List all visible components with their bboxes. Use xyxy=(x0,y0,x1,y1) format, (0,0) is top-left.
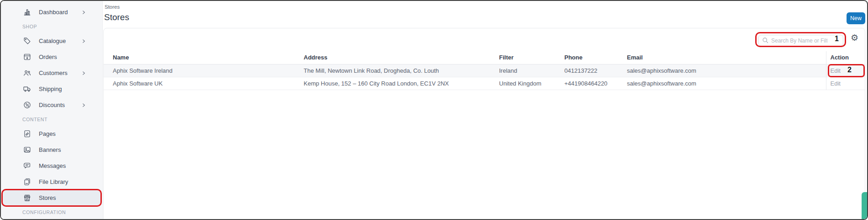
sidebar-item-pages[interactable]: Pages xyxy=(1,126,102,142)
page-title: Stores xyxy=(104,12,129,22)
sidebar-item-shipping[interactable]: Shipping xyxy=(1,81,102,97)
sidebar-item-customers[interactable]: Customers xyxy=(1,65,102,81)
sidebar-item-label: Banners xyxy=(39,146,61,153)
chevron-right-icon xyxy=(82,71,86,75)
scrollbar-thumb[interactable] xyxy=(862,192,867,220)
sidebar-item-discounts[interactable]: Discounts xyxy=(1,97,102,113)
search-icon xyxy=(762,37,769,44)
sidebar-section-content: CONTENT xyxy=(1,113,102,126)
messages-icon xyxy=(22,161,32,171)
sidebar-item-label: Orders xyxy=(39,54,57,60)
store-address: Kemp House, 152 – 160 City Road London, … xyxy=(304,77,499,90)
sidebar-item-label: Messages xyxy=(39,162,66,169)
edit-link[interactable]: Edit xyxy=(831,80,841,87)
sidebar-item-messages[interactable]: Messages xyxy=(1,158,102,174)
edit-link[interactable]: Edit xyxy=(831,67,841,74)
store-address: The Mill, Newtown Link Road, Drogheda, C… xyxy=(304,64,499,77)
store-filter: Ireland xyxy=(499,64,564,77)
table-row: Aphix Software Ireland The Mill, Newtown… xyxy=(104,64,865,77)
store-filter: United Kingdom xyxy=(499,77,564,90)
sidebar-item-label: Dashboard xyxy=(39,9,68,16)
sidebar-item-banners[interactable]: Banners xyxy=(1,142,102,158)
sidebar-item-stores[interactable]: Stores xyxy=(1,190,102,206)
gear-icon[interactable]: ⚙ xyxy=(851,33,858,42)
column-header-email: Email xyxy=(627,51,826,64)
column-header-phone: Phone xyxy=(564,51,627,64)
shipping-icon xyxy=(22,85,32,94)
stores-icon xyxy=(22,193,32,203)
sidebar-item-label: File Library xyxy=(39,178,68,185)
search-input[interactable] xyxy=(758,35,843,46)
column-header-filter: Filter xyxy=(499,51,564,64)
column-header-address: Address xyxy=(304,51,499,64)
chevron-right-icon xyxy=(82,39,86,43)
customers-icon xyxy=(22,69,32,78)
sidebar-item-label: Customers xyxy=(39,70,68,76)
new-button[interactable]: New xyxy=(847,12,865,24)
store-email: sales@aphixsoftware.com xyxy=(627,64,826,77)
store-phone: 0412137222 xyxy=(564,64,627,77)
sidebar-item-catalogue[interactable]: Catalogue xyxy=(1,33,102,49)
store-phone: +441908464220 xyxy=(564,77,627,90)
file-library-icon xyxy=(22,177,32,187)
column-header-name: Name xyxy=(104,51,304,64)
discounts-icon xyxy=(22,101,32,110)
store-name: Aphix Software Ireland xyxy=(104,64,304,77)
orders-icon xyxy=(22,53,32,62)
table-row: Aphix Software UK Kemp House, 152 – 160 … xyxy=(104,77,865,90)
sidebar-item-orders[interactable]: Orders xyxy=(1,49,102,65)
sidebar-item-label: Catalogue xyxy=(39,38,66,44)
column-header-action: Action xyxy=(826,51,865,64)
sidebar-item-label: Pages xyxy=(39,130,56,137)
breadcrumb[interactable]: Stores xyxy=(105,4,120,10)
banners-icon xyxy=(22,145,32,155)
dashboard-icon xyxy=(22,8,32,17)
sidebar-item-label: Stores xyxy=(39,194,56,201)
pages-icon xyxy=(22,129,32,139)
sidebar-item-dashboard[interactable]: Dashboard xyxy=(1,4,102,20)
sidebar-section-shop: SHOP xyxy=(1,20,102,33)
stores-panel: ⚙ Name Address Filter Phone Email Action xyxy=(103,28,865,220)
chevron-right-icon xyxy=(82,10,86,15)
sidebar: Dashboard SHOP Catalogue Orders xyxy=(1,1,103,219)
sidebar-item-label: Shipping xyxy=(39,86,62,92)
sidebar-item-file-library[interactable]: File Library xyxy=(1,174,102,190)
app-window: Dashboard SHOP Catalogue Orders xyxy=(0,0,868,220)
catalogue-icon xyxy=(22,37,32,46)
stores-table: Name Address Filter Phone Email Action A… xyxy=(104,51,865,90)
store-name: Aphix Software UK xyxy=(104,77,304,90)
search-box xyxy=(758,35,843,46)
sidebar-item-label: Discounts xyxy=(39,102,65,108)
chevron-right-icon xyxy=(82,103,86,107)
sidebar-section-configuration: CONFIGURATION xyxy=(1,206,102,219)
store-email: sales@aphixsoftware.com xyxy=(627,77,826,90)
table-header-row: Name Address Filter Phone Email Action xyxy=(104,51,865,64)
